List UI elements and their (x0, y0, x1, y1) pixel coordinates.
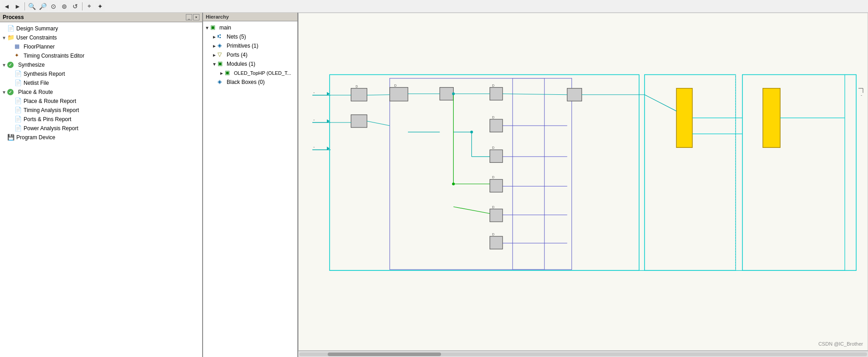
svg-text:-: - (313, 145, 315, 149)
tree-item-black-boxes[interactable]: ◈ Black Boxes (0) (203, 78, 297, 87)
tree-item-timing-constraints[interactable]: ✦ Timing Constraints Editor (0, 51, 202, 60)
tree-item-timing-analysis[interactable]: 📄 Timing Analysis Report (0, 106, 202, 115)
svg-rect-13 (390, 88, 408, 101)
label-primitives: Primitives (1) (227, 43, 258, 49)
folder-icon: 📁 (7, 34, 15, 41)
svg-rect-15 (490, 88, 503, 100)
app-container: ◄ ► 🔍 🔎 ⊙ ⊚ ↺ ⌖ ✦ Process _ × (0, 0, 868, 357)
svg-rect-17 (490, 119, 503, 132)
h-scrollbar[interactable] (298, 351, 868, 357)
tree-item-modules[interactable]: ▼ ▣ Modules (1) (203, 59, 297, 68)
tree-item-ports[interactable]: ► ▽ Ports (4) (203, 50, 297, 59)
toggle-pa-report (9, 126, 15, 131)
h-scrollbar-thumb[interactable] (328, 352, 441, 356)
svg-text:-: - (313, 90, 315, 95)
doc-icon-7: 📄 (15, 125, 22, 132)
svg-rect-14 (440, 88, 453, 100)
toggle-netlist (9, 81, 15, 86)
tree-item-floorplanner[interactable]: ▦ FloorPlanner (0, 42, 202, 51)
toggle-timing (9, 54, 15, 59)
label-main: main (219, 24, 231, 31)
tree-item-nets[interactable]: ► ⑆ Nets (5) (203, 32, 297, 41)
toggle-pp-report (9, 117, 15, 122)
label-ports-pins: Ports & Pins Report (24, 116, 71, 122)
nets-icon: ⑆ (218, 33, 225, 40)
panel-controls: _ × (186, 14, 199, 20)
svg-rect-0 (299, 47, 868, 316)
prog-icon: 💾 (7, 134, 15, 141)
svg-text:D: D (492, 146, 495, 149)
tree-item-design-summary[interactable]: 📄 Design Summary (0, 24, 202, 33)
label-floorplanner: FloorPlanner (24, 44, 55, 50)
middle-panel: Hierarchy ▼ ▣ main ► ⑆ Nets (5) ► (203, 13, 298, 357)
label-place-route-report: Place & Route Report (24, 98, 76, 104)
panel-minimize-btn[interactable]: _ (186, 14, 192, 20)
tree-item-place-route-report[interactable]: 📄 Place & Route Report (0, 97, 202, 106)
toggle-ta-report (9, 108, 15, 113)
timing-icon: ✦ (15, 52, 22, 59)
left-panel: Process _ × 📄 Design Summary ▼ 📁 User (0, 13, 203, 357)
toggle-place-route: ▼ (2, 90, 7, 95)
tree-item-main[interactable]: ▼ ▣ main (203, 23, 297, 32)
tree-item-program-device[interactable]: 💾 Program Device (0, 133, 202, 142)
schematic-svg: - - - (299, 13, 868, 350)
toolbar-zoom-in-btn[interactable]: 🔍 (27, 1, 37, 11)
h-scrollbar-track (299, 352, 867, 356)
toolbar-back-btn[interactable]: ◄ (2, 1, 12, 11)
label-timing-analysis: Timing Analysis Report (24, 107, 79, 113)
toggle-modules: ▼ (212, 62, 218, 67)
svg-rect-16 (351, 115, 367, 127)
doc-icon-6: 📄 (15, 116, 22, 123)
check-badge: ✓ (7, 62, 14, 68)
toggle-user-constraints: ▼ (2, 35, 7, 40)
main-layout: Process _ × 📄 Design Summary ▼ 📁 User (0, 13, 868, 357)
svg-text:D: D (492, 205, 495, 209)
toolbar-target-btn[interactable]: ⌖ (84, 1, 94, 11)
toolbar-zoom-out-btn[interactable]: 🔎 (38, 1, 48, 11)
label-oled-tophp: OLED_TopHP (OLED_T... (234, 70, 291, 76)
tree-item-power-analysis[interactable]: 📄 Power Analysis Report (0, 124, 202, 133)
svg-text:-: - (313, 117, 315, 122)
doc-icon: 📄 (7, 25, 15, 32)
doc-icon-3: 📄 (15, 79, 22, 87)
svg-text:-: - (861, 93, 862, 98)
toggle-primitives: ► (212, 44, 218, 49)
toolbar-fwd-btn[interactable]: ► (13, 1, 23, 11)
svg-rect-22 (567, 88, 582, 101)
svg-rect-12 (351, 88, 367, 101)
toolbar-zoom-fit-btn[interactable]: ⊙ (48, 1, 58, 11)
svg-rect-23 (676, 88, 692, 148)
tree-item-place-route[interactable]: ▼ ✓ Place & Route (0, 88, 202, 97)
label-ports: Ports (4) (227, 52, 247, 58)
toggle-design-summary (2, 26, 7, 31)
schematic-area[interactable]: - - - (298, 13, 868, 351)
modules-icon: ▣ (218, 60, 225, 68)
panel-close-btn[interactable]: × (193, 14, 199, 20)
toolbar-star-btn[interactable]: ✦ (95, 1, 105, 11)
tree-item-user-constraints[interactable]: ▼ 📁 User Constraints (0, 33, 202, 42)
svg-point-56 (470, 131, 473, 133)
tree-item-synthesis-report[interactable]: 📄 Synthesis Report (0, 69, 202, 78)
label-user-constraints: User Constraints (16, 34, 57, 41)
svg-text:D: D (394, 84, 397, 87)
tree-item-ports-pins[interactable]: 📄 Ports & Pins Report (0, 115, 202, 124)
svg-rect-18 (490, 150, 503, 162)
tree-item-primitives[interactable]: ► ◈ Primitives (1) (203, 41, 297, 50)
tree-item-synthesize[interactable]: ▼ ✓ Synthesize (0, 60, 202, 69)
green-check-icon-2: ✓ (7, 88, 15, 96)
label-nets: Nets (5) (227, 34, 246, 40)
toggle-synthesize: ▼ (2, 63, 7, 68)
label-power-analysis: Power Analysis Report (24, 125, 78, 132)
svg-rect-21 (490, 236, 503, 249)
svg-rect-20 (490, 209, 503, 222)
tree-item-netlist-file[interactable]: 📄 Netlist File (0, 78, 202, 88)
watermark-text: CSDN @IC_Brother (818, 341, 863, 347)
svg-point-57 (452, 183, 455, 186)
toolbar-refresh-btn[interactable]: ↺ (70, 1, 80, 11)
right-panel: - - - (298, 13, 868, 357)
toolbar-zoom-sel-btn[interactable]: ⊚ (59, 1, 69, 11)
label-black-boxes: Black Boxes (0) (227, 79, 265, 85)
svg-point-55 (452, 93, 455, 95)
toggle-floorplanner (9, 44, 15, 49)
tree-item-oled-tophp[interactable]: ► ▣ OLED_TopHP (OLED_T... (203, 68, 297, 78)
